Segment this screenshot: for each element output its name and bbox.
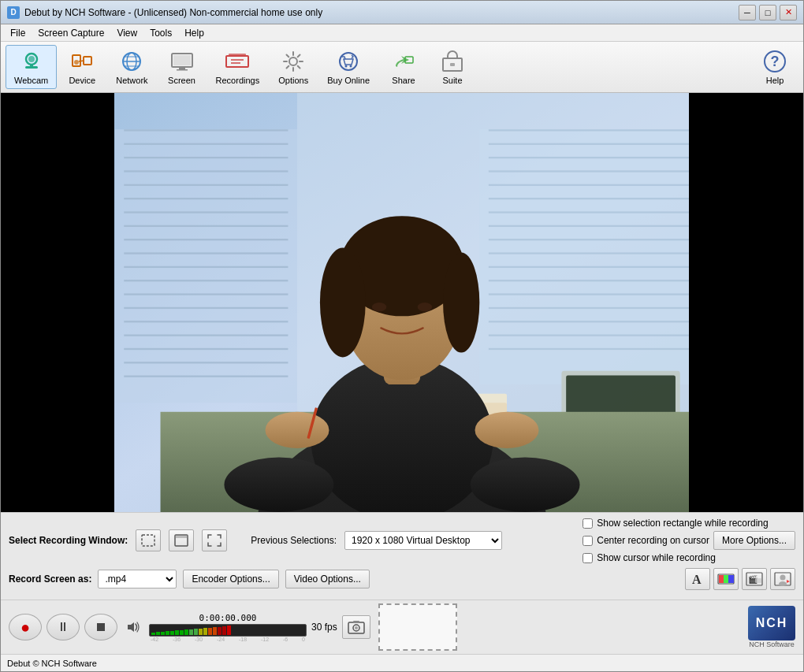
recordings-label: Recordings	[216, 76, 260, 85]
suite-label: Suite	[442, 76, 462, 85]
show-selection-rect-checkbox[interactable]	[583, 518, 593, 529]
svg-rect-16	[177, 69, 188, 71]
menu-view[interactable]: View	[110, 26, 143, 40]
show-cursor-label: Show cursor while recording	[597, 552, 716, 563]
fullscreen-select-btn[interactable]	[202, 529, 227, 551]
svg-line-7	[79, 61, 84, 61]
svg-rect-46	[124, 321, 288, 322]
window-select-btn[interactable]	[169, 529, 194, 551]
svg-rect-53	[489, 129, 690, 131]
svg-rect-37	[124, 198, 288, 199]
stop-button[interactable]: ⏹	[84, 614, 117, 640]
previous-selections-dropdown[interactable]: 1920 x 1080 Virtual Desktop	[344, 531, 502, 550]
toolbar-btn-buyonline[interactable]: Buy Online	[318, 45, 378, 89]
svg-point-102	[779, 581, 787, 586]
screenshot-button[interactable]	[342, 615, 370, 639]
svg-rect-39	[124, 225, 288, 227]
svg-rect-50	[124, 376, 288, 377]
svg-rect-42	[124, 266, 288, 268]
toolbar: Webcam Device	[1, 42, 803, 93]
share-label: Share	[392, 76, 415, 85]
webcam-icon	[19, 49, 44, 74]
svg-rect-44	[124, 293, 288, 295]
screen-label: Screen	[168, 76, 195, 85]
menu-screen-capture[interactable]: Screen Capture	[32, 26, 110, 40]
svg-rect-32	[124, 129, 288, 131]
svg-rect-15	[179, 68, 185, 69]
title-bar: D Debut by NCH Software - (Unlicensed) N…	[1, 1, 803, 24]
toolbar-btn-webcam[interactable]: Webcam	[6, 45, 57, 89]
show-cursor-checkbox[interactable]	[583, 553, 593, 563]
help-label: Help	[766, 76, 784, 85]
svg-rect-49	[124, 362, 288, 363]
black-bar-left	[1, 93, 115, 512]
encoder-options-button[interactable]: Encoder Options...	[183, 570, 278, 588]
volume-button[interactable]	[122, 616, 144, 638]
previous-selections-label: Previous Selections:	[251, 535, 337, 546]
svg-rect-14	[173, 55, 191, 65]
window-title: Debut by NCH Software - (Unlicensed) Non…	[24, 7, 739, 18]
transport-row: ● ⏸ ⏹ 0:00:00.000	[1, 600, 803, 654]
video-options-button[interactable]: Video Options...	[285, 570, 370, 588]
watermark-btn[interactable]: 🎬	[742, 568, 767, 590]
avatar-btn[interactable]	[770, 568, 795, 590]
toolbar-btn-options[interactable]: Options	[270, 45, 317, 89]
toolbar-btn-screen[interactable]: Screen	[158, 45, 206, 89]
video-image	[114, 93, 690, 512]
svg-rect-34	[124, 157, 288, 158]
minimize-button[interactable]: ─	[739, 5, 756, 20]
svg-rect-45	[124, 307, 288, 309]
status-bar: Debut © NCH Software	[1, 654, 803, 671]
recordings-icon	[225, 49, 250, 74]
toolbar-btn-share[interactable]: Share	[380, 45, 427, 89]
toolbar-btn-network[interactable]: Network	[107, 45, 156, 89]
close-button[interactable]: ✕	[780, 5, 797, 20]
more-options-button[interactable]: More Options...	[713, 531, 795, 550]
toolbar-btn-recordings[interactable]: Recordings	[207, 45, 269, 89]
selection-rect-btn[interactable]	[136, 529, 161, 551]
center-recording-checkbox[interactable]	[583, 536, 593, 546]
timecode-display: 0:00:00.000	[192, 613, 263, 623]
svg-rect-55	[489, 157, 690, 158]
pause-button[interactable]: ⏸	[47, 614, 80, 640]
toolbar-btn-help[interactable]: ? Help	[751, 45, 798, 89]
svg-point-81	[443, 252, 479, 352]
svg-rect-47	[124, 334, 288, 336]
record-as-row: Record Screen as: .mp4 Encoder Options..…	[9, 568, 795, 590]
toolbar-btn-suite[interactable]: Suite	[429, 45, 476, 89]
nch-logo-image: NCH	[748, 606, 795, 640]
svg-point-5	[74, 60, 79, 65]
app-icon: D	[7, 6, 20, 19]
show-selection-rect-row: Show selection rectangle while recording	[583, 518, 795, 529]
menu-file[interactable]: File	[4, 26, 32, 40]
video-effects-btn[interactable]	[713, 568, 739, 590]
level-meter-container: 0:00:00.000	[149, 613, 307, 642]
format-dropdown[interactable]: .mp4	[98, 570, 177, 588]
nch-logo: NCH NCH Software	[748, 606, 795, 648]
svg-rect-62	[489, 252, 690, 254]
svg-point-24	[350, 65, 352, 68]
svg-rect-17	[226, 56, 248, 67]
fps-display: 30 fps	[311, 622, 337, 633]
record-screen-as-label: Record Screen as:	[9, 574, 91, 585]
menu-help[interactable]: Help	[178, 26, 210, 40]
svg-point-87	[475, 412, 539, 448]
svg-rect-48	[124, 348, 288, 350]
svg-text:?: ?	[771, 54, 780, 69]
text-overlay-btn[interactable]: A	[685, 568, 710, 590]
svg-rect-36	[124, 184, 288, 186]
toolbar-btn-device[interactable]: Device	[58, 45, 106, 89]
svg-point-80	[320, 248, 366, 358]
record-button[interactable]: ●	[9, 614, 42, 640]
maximize-button[interactable]: □	[759, 5, 776, 20]
svg-point-106	[355, 626, 358, 629]
video-content	[114, 93, 690, 512]
menu-tools[interactable]: Tools	[143, 26, 178, 40]
recording-checkboxes: Show selection rectangle while recording…	[583, 518, 795, 563]
svg-point-83	[418, 303, 433, 312]
svg-marker-103	[128, 622, 134, 632]
window-controls: ─ □ ✕	[739, 5, 797, 20]
svg-rect-27	[450, 63, 455, 66]
svg-rect-18	[229, 54, 246, 56]
svg-point-84	[224, 458, 333, 512]
